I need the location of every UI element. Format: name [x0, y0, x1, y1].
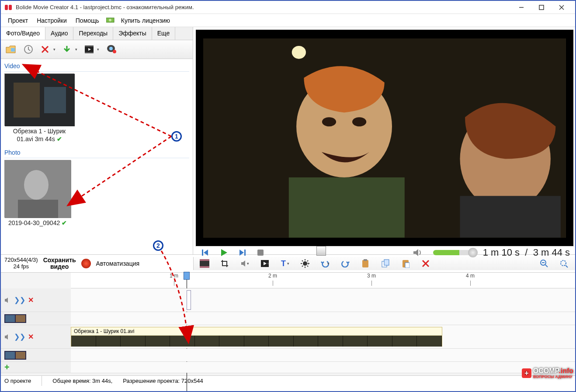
track-2-head: ❯❯ ✕ — [1, 325, 71, 348]
resolution-text: 720x544(4/3) — [4, 257, 38, 264]
svg-rect-24 — [18, 200, 58, 218]
plus-icon: + — [4, 362, 10, 372]
svg-rect-1 — [9, 5, 12, 10]
svg-marker-35 — [221, 249, 227, 256]
svg-marker-39 — [413, 249, 418, 256]
svg-marker-36 — [239, 250, 244, 256]
copy-icon[interactable] — [379, 257, 392, 270]
photo-thumbnail — [4, 160, 71, 218]
track-delete-icon[interactable]: ✕ — [28, 333, 34, 341]
status-about[interactable]: О проекте — [4, 378, 31, 384]
mute-icon[interactable] — [4, 297, 11, 303]
project-info: 720x544(4/3) 24 fps Сохранить видео Авто… — [1, 257, 193, 271]
svg-rect-56 — [362, 260, 368, 267]
photo-item-name: 2019-04-30_09042 — [8, 219, 60, 226]
svg-point-18 — [113, 50, 116, 53]
undo-icon[interactable] — [319, 257, 332, 270]
crop-icon[interactable] — [218, 257, 231, 270]
menu-bar: Проект Настройки Помощь Купить лицензию — [1, 14, 575, 27]
filmstrip-icon[interactable] — [198, 257, 211, 270]
track-1-body[interactable] — [71, 288, 575, 312]
insert-slot[interactable] — [187, 290, 191, 310]
track-2-body[interactable]: Обрезка 1 - Шурик 01.avi — [71, 325, 575, 348]
add-file-button[interactable] — [3, 42, 18, 57]
track-fs-2-body[interactable] — [71, 349, 575, 361]
svg-rect-14 — [85, 52, 94, 53]
track-fs-1-body[interactable] — [71, 312, 575, 325]
track-options-icon[interactable]: ❯❯ — [14, 296, 25, 304]
brightness-icon[interactable] — [298, 257, 312, 270]
webcam-button[interactable] — [104, 42, 119, 57]
svg-marker-43 — [241, 260, 245, 267]
svg-marker-34 — [204, 250, 208, 256]
video-item-line2: 01.avi 3m 44s — [17, 135, 55, 142]
zoom-fit-icon[interactable] — [558, 257, 571, 270]
delete-clip-icon[interactable] — [419, 257, 432, 270]
track-filmstrip-2 — [1, 349, 575, 362]
maximize-button[interactable] — [531, 1, 552, 14]
timeline-toolbar: T — [193, 257, 575, 270]
svg-rect-33 — [202, 250, 203, 256]
watermark-plus-icon: + — [522, 368, 531, 378]
video-item[interactable]: Обрезка 1 - Шурик 01.avi 3m 44s ✔ — [4, 73, 74, 147]
scrub-handle[interactable] — [316, 246, 326, 256]
import-button[interactable] — [60, 42, 80, 57]
tab-transitions[interactable]: Переходы — [73, 27, 113, 40]
svg-rect-76 — [16, 352, 25, 359]
ruler-tick-2m: 2 m — [268, 273, 277, 279]
volume-slider[interactable] — [433, 250, 477, 255]
menu-settings[interactable]: Настройки — [32, 15, 71, 26]
track-1-head: ❯❯ ✕ — [1, 288, 71, 312]
svg-point-32 — [292, 46, 306, 59]
svg-rect-61 — [405, 263, 409, 268]
text-icon[interactable]: T — [278, 257, 291, 270]
tab-photo-video[interactable]: Фото/Видео — [1, 27, 45, 40]
tab-effects[interactable]: Эффекты — [113, 27, 152, 40]
video-clip[interactable]: Обрезка 1 - Шурик 01.avi — [71, 327, 442, 347]
zoom-out-icon[interactable] — [538, 257, 551, 270]
svg-rect-42 — [200, 266, 209, 268]
svg-rect-59 — [384, 260, 389, 265]
window-controls — [511, 1, 572, 14]
timeline: 1 m 2 m 3 m 4 m ❯❯ ✕ ❯❯ ✕ — [1, 273, 575, 375]
video-item-line1: Обрезка 1 - Шурик — [13, 128, 66, 135]
status-sep — [42, 376, 42, 386]
svg-line-54 — [307, 260, 308, 261]
tab-audio[interactable]: Аудио — [45, 27, 74, 40]
track-thumbnail-icon — [4, 351, 26, 360]
preview-area[interactable] — [196, 30, 573, 246]
menu-project[interactable]: Проект — [3, 15, 32, 26]
fps-text: 24 fps — [4, 264, 38, 270]
recent-button[interactable] — [21, 42, 36, 57]
minimize-button[interactable] — [511, 1, 531, 14]
delete-button[interactable] — [38, 42, 58, 57]
track-delete-icon[interactable]: ✕ — [28, 296, 34, 304]
resolution-info: 720x544(4/3) 24 fps — [4, 257, 38, 270]
add-track-button[interactable]: + — [1, 362, 71, 373]
track-options-icon[interactable]: ❯❯ — [14, 333, 25, 341]
status-total-time: Общее время: 3m 44s, — [52, 378, 112, 384]
playhead-handle[interactable] — [184, 272, 190, 280]
close-button[interactable] — [552, 1, 572, 14]
audio-icon[interactable] — [238, 257, 251, 270]
redo-icon[interactable] — [339, 257, 352, 270]
paste-icon[interactable] — [399, 257, 412, 270]
menu-buy-license[interactable]: Купить лицензию — [117, 15, 174, 26]
menu-help[interactable]: Помощь — [71, 15, 104, 26]
svg-rect-57 — [364, 259, 367, 261]
filmstrip-button[interactable] — [82, 42, 101, 57]
record-icon[interactable] — [81, 259, 91, 268]
tab-more[interactable]: Еще — [152, 27, 176, 40]
svg-point-23 — [24, 170, 49, 200]
clipboard-icon[interactable] — [359, 257, 372, 270]
clip-effects-icon[interactable] — [258, 257, 271, 270]
mute-icon[interactable] — [4, 334, 11, 340]
category-video: Video — [4, 61, 189, 72]
automation-button[interactable]: Автоматизация — [96, 260, 139, 267]
status-bar: О проекте Общее время: 3m 44s, Разрешени… — [1, 375, 575, 386]
title-bar: Bolide Movie Creator 4.1 - lastproject.b… — [1, 1, 575, 14]
timeline-ruler[interactable]: 1 m 2 m 3 m 4 m — [71, 273, 575, 288]
save-video-button[interactable]: Сохранить видео — [43, 257, 76, 271]
photo-item[interactable]: 2019-04-30_09042 ✔ — [4, 160, 71, 231]
svg-line-52 — [302, 260, 303, 261]
